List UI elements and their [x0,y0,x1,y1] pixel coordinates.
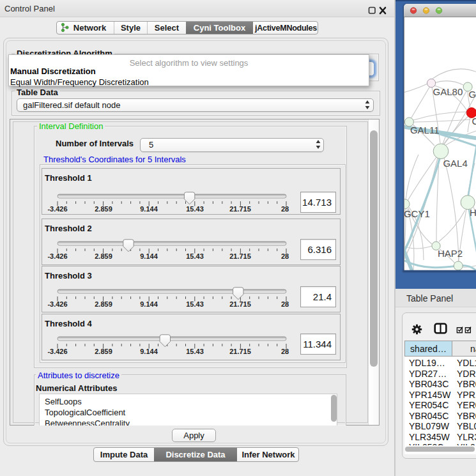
svg-text:GCY1: GCY1 [404,208,430,219]
svg-text:GAL80: GAL80 [433,86,463,97]
svg-text:GAL4: GAL4 [443,158,467,169]
svg-text:GAL11: GAL11 [410,125,440,135]
svg-text:C: C [472,116,476,127]
svg-text:GA: GA [469,89,476,100]
svg-text:H: H [470,207,476,218]
svg-text:HAP2: HAP2 [438,248,463,259]
